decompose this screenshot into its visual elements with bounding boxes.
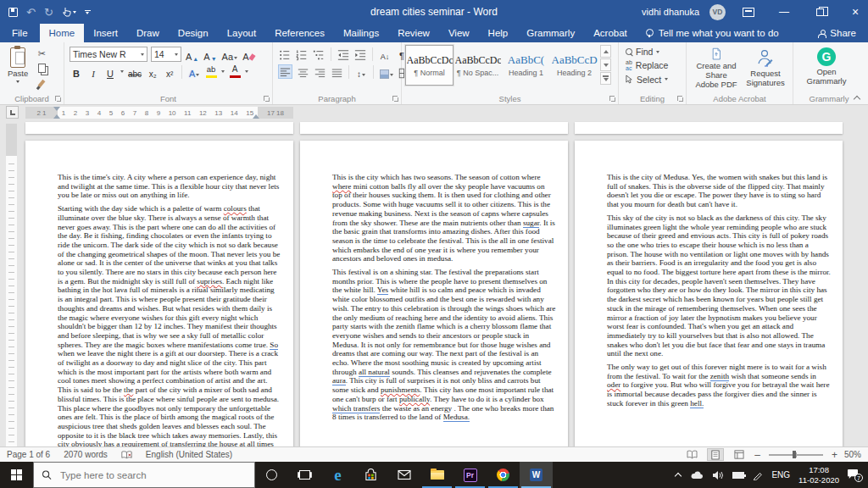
font-dialog-launcher[interactable] — [264, 96, 270, 103]
tab-stop-selector[interactable] — [6, 106, 19, 119]
taskbar-mail[interactable] — [387, 462, 420, 488]
change-case-button[interactable]: Aa — [221, 47, 238, 62]
tab-mailings[interactable]: Mailings — [334, 24, 388, 42]
select-button[interactable]: Select — [626, 75, 668, 85]
numbering-button[interactable] — [295, 47, 309, 61]
right-indent-marker[interactable] — [253, 114, 259, 119]
shading-button[interactable] — [379, 64, 394, 79]
document-page-2[interactable]: This is the city which has two seasons. … — [300, 141, 568, 446]
tab-layout[interactable]: Layout — [218, 24, 266, 42]
paragraph-dialog-launcher[interactable] — [392, 96, 399, 103]
zoom-in-button[interactable]: + — [832, 449, 837, 461]
avatar[interactable]: VD — [709, 4, 726, 20]
create-share-pdf-button[interactable]: Create and Share Adobe PDF — [690, 45, 743, 92]
styles-scroll-up-button[interactable] — [600, 45, 611, 58]
bold-button[interactable]: B — [70, 64, 83, 79]
subscript-button[interactable]: x₂ — [146, 64, 159, 79]
restore-button[interactable] — [807, 0, 832, 24]
pen-icon[interactable] — [753, 470, 763, 480]
line-spacing-button[interactable]: ↕ — [354, 64, 368, 79]
styles-dialog-launcher[interactable] — [609, 96, 616, 103]
close-button[interactable]: × — [843, 0, 868, 24]
styles-scroll-down-button[interactable] — [600, 58, 611, 71]
tray-expand-icon[interactable] — [675, 472, 682, 479]
action-center-button[interactable]: 7 — [848, 469, 860, 480]
paragraph[interactable]: This is the city which has two seasons. … — [332, 173, 556, 263]
touch-mode-icon[interactable] — [62, 7, 76, 17]
tab-home[interactable]: Home — [40, 24, 85, 42]
shrink-font-button[interactable]: A▼ — [203, 47, 217, 62]
document-page-3[interactable]: This is the city of Medusa. Yes, the wom… — [575, 141, 843, 446]
volume-icon[interactable] — [712, 470, 724, 480]
language-indicator[interactable]: English (United States) — [146, 450, 232, 459]
style-heading-1[interactable]: AaBbC( Heading 1 — [502, 45, 550, 86]
onedrive-icon[interactable] — [690, 470, 704, 480]
paragraph[interactable]: This is the time's city. A city where a … — [58, 173, 281, 200]
styles-gallery-more-button[interactable] — [600, 72, 611, 85]
highlight-button[interactable]: ab — [204, 64, 218, 79]
read-mode-icon[interactable] — [683, 448, 700, 461]
word-count[interactable]: 2070 words — [64, 450, 108, 459]
font-family-combobox[interactable]: Times New R — [70, 47, 147, 62]
superscript-button[interactable]: x² — [163, 64, 176, 79]
font-color-button[interactable]: A — [228, 64, 242, 79]
multilevel-list-button[interactable] — [312, 47, 326, 61]
sort-button[interactable]: A↓ — [378, 47, 392, 61]
increase-indent-button[interactable] — [353, 47, 367, 61]
document-area[interactable]: This is the time's city. A city where a … — [0, 120, 868, 446]
grow-font-button[interactable]: A▲ — [185, 47, 199, 62]
taskbar-search[interactable] — [33, 462, 255, 488]
tab-file[interactable]: File — [0, 24, 40, 42]
paragraph[interactable]: Starting with the day side which is a pa… — [58, 204, 281, 446]
align-center-button[interactable] — [296, 64, 309, 79]
cortana-button[interactable] — [255, 462, 288, 488]
paragraph[interactable]: This sky of the city is not so black as … — [607, 214, 831, 358]
zoom-slider[interactable] — [769, 454, 823, 456]
tab-acrobat[interactable]: Acrobat — [584, 24, 637, 42]
format-painter-icon[interactable] — [34, 78, 49, 89]
align-right-button[interactable] — [313, 64, 326, 79]
replace-button[interactable]: abacReplace — [626, 59, 668, 72]
style-normal[interactable]: AaBbCcDc ¶ Normal — [405, 45, 453, 86]
save-icon[interactable] — [8, 8, 18, 17]
tab-help[interactable]: Help — [479, 24, 518, 42]
customize-qat-icon[interactable] — [85, 10, 91, 14]
bullets-button[interactable] — [278, 47, 292, 61]
redo-icon[interactable]: ↻ — [44, 6, 53, 19]
zoom-slider-thumb[interactable] — [793, 451, 796, 458]
search-input[interactable] — [58, 469, 247, 481]
clock[interactable]: 17:08 11-02-2020 — [798, 465, 839, 485]
tab-review[interactable]: Review — [388, 24, 439, 42]
editing-dialog-launcher[interactable] — [677, 96, 684, 103]
find-button[interactable]: Find — [626, 47, 668, 57]
taskbar-word[interactable]: W — [520, 462, 553, 488]
proofing-errors-icon[interactable] — [121, 450, 132, 460]
hanging-indent-marker[interactable] — [53, 114, 60, 119]
tab-view[interactable]: View — [439, 24, 479, 42]
taskbar-edge[interactable]: e — [321, 462, 354, 488]
cut-icon[interactable]: ✂ — [34, 48, 49, 59]
task-view-button[interactable] — [288, 462, 321, 488]
taskbar-store[interactable] — [354, 462, 387, 488]
taskbar-chrome[interactable] — [487, 462, 520, 488]
open-grammarly-button[interactable]: G Open Grammarly — [797, 45, 856, 92]
paragraph[interactable]: This festival is on a shining star. The … — [332, 268, 556, 422]
tab-grammarly[interactable]: Grammarly — [517, 24, 584, 42]
undo-icon[interactable]: ↶ — [26, 6, 36, 19]
language-button[interactable]: ENG — [771, 470, 790, 480]
decrease-indent-button[interactable] — [337, 47, 350, 61]
document-page-1[interactable]: This is the time's city. A city where a … — [25, 141, 293, 446]
clipboard-dialog-launcher[interactable] — [55, 96, 62, 103]
tell-me-box[interactable]: Tell me what you want to do — [637, 24, 787, 42]
page-indicator[interactable]: Page 1 of 6 — [7, 450, 50, 459]
paragraph[interactable]: This is the city of Medusa. Yes, the wom… — [607, 173, 831, 209]
clear-formatting-button[interactable]: A — [242, 47, 255, 62]
font-color-caret[interactable] — [245, 70, 248, 73]
tab-design[interactable]: Design — [169, 24, 218, 42]
italic-button[interactable]: I — [86, 64, 100, 79]
horizontal-ruler[interactable]: 2 1 123456789101112131415 17 18 — [25, 107, 293, 119]
battery-icon[interactable] — [732, 472, 744, 479]
user-name[interactable]: vidhi dhanuka — [642, 7, 699, 17]
share-button[interactable]: Share — [818, 24, 868, 42]
tab-insert[interactable]: Insert — [84, 24, 127, 42]
